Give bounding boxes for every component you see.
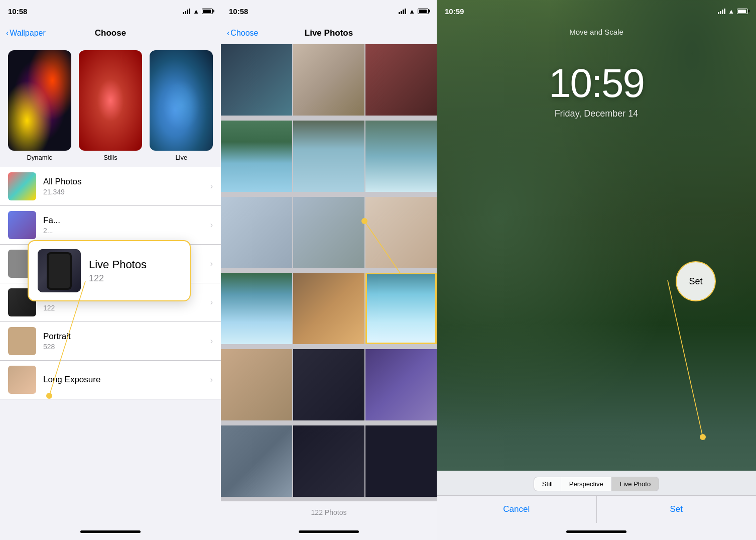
category-live[interactable]: Live	[148, 50, 215, 161]
wifi-icon-p1: ▲	[193, 8, 199, 15]
lock-screen-time: 10:59 Friday, December 14	[437, 60, 756, 119]
set-circle-label: Set	[689, 276, 702, 287]
status-icons-p3: ▲	[718, 8, 748, 15]
chevron-right-icon-live-photos: ›	[210, 298, 213, 307]
album-count-favorites: 2...	[43, 227, 210, 235]
signal-bar-p2-1	[399, 12, 400, 14]
signal-bar-p3-2	[720, 11, 721, 14]
album-count-portrait: 528	[43, 343, 210, 351]
signal-bar-p3-1	[718, 12, 719, 14]
home-indicator-p2	[299, 530, 359, 533]
grid-cell-6[interactable]	[365, 121, 437, 192]
status-bar-panel3: 10:59 ▲	[437, 0, 756, 22]
home-indicator-p1	[80, 530, 141, 533]
chevron-left-icon-p1: ‹	[6, 29, 9, 38]
cancel-button-p3[interactable]: Cancel	[437, 496, 597, 523]
signal-bar-2	[185, 11, 186, 14]
signal-bar-4	[189, 9, 190, 14]
album-count-live-photos: 122	[43, 304, 210, 312]
signal-bars-p3	[718, 9, 725, 14]
status-time-p2: 10:58	[229, 7, 248, 16]
battery-fill-p1	[203, 10, 211, 13]
home-bar-p3	[437, 523, 756, 540]
status-icons-p2: ▲	[399, 8, 429, 15]
signal-bar-p2-4	[405, 9, 406, 14]
battery-fill-p2	[419, 10, 427, 13]
grid-cell-13[interactable]	[221, 349, 292, 420]
set-button-p3[interactable]: Set	[597, 496, 757, 523]
stills-thumb-image	[79, 50, 142, 151]
list-item-favorites[interactable]: Fa... 2... ›	[0, 206, 221, 245]
grid-cell-2[interactable]	[293, 44, 364, 116]
album-text-all-photos: All Photos 21,349	[43, 177, 210, 196]
page-title-p1: Choose	[95, 28, 126, 38]
home-indicator-p3	[566, 530, 626, 533]
list-item-all-photos[interactable]: All Photos 21,349 ›	[0, 167, 221, 206]
category-dynamic[interactable]: Dynamic	[6, 50, 73, 161]
list-item-long-exposure[interactable]: Long Exposure ›	[0, 361, 221, 399]
callout-count: 122	[89, 273, 147, 284]
wallpaper-categories: Dynamic Stills Live	[0, 44, 221, 167]
grid-cell-15[interactable]	[365, 349, 437, 420]
back-label-p2[interactable]: Choose	[230, 29, 258, 38]
list-item-portrait[interactable]: Portrait 528 ›	[0, 322, 221, 361]
set-button-circle[interactable]: Set	[676, 261, 716, 301]
grid-cell-1[interactable]	[221, 44, 292, 116]
battery-icon-p1	[202, 9, 213, 14]
back-button-p2[interactable]: ‹ Choose	[227, 29, 258, 38]
grid-cell-4[interactable]	[221, 121, 292, 192]
grid-cell-17[interactable]	[293, 425, 364, 497]
panel3-content: 10:59 ▲ Move and Scale 10:59 Friday, Dec…	[437, 0, 756, 540]
option-live-photo[interactable]: Live Photo	[612, 477, 659, 491]
grid-cell-3[interactable]	[365, 44, 437, 116]
signal-bar-1	[183, 12, 184, 14]
signal-bar-p2-3	[403, 10, 404, 14]
home-bar-p2	[221, 523, 437, 540]
live-photos-callout: Live Photos 122	[28, 240, 191, 301]
status-bar-panel2: 10:58 ▲	[221, 0, 437, 22]
back-button-p1[interactable]: ‹ Wallpaper	[6, 29, 46, 38]
album-name-favorites: Fa...	[43, 215, 210, 226]
album-text-portrait: Portrait 528	[43, 332, 210, 351]
lock-time-display: 10:59	[437, 60, 756, 106]
grid-cell-16[interactable]	[221, 425, 292, 497]
grid-cell-7[interactable]	[221, 197, 292, 268]
wallpaper-type-options: Still Perspective Live Photo	[437, 471, 756, 495]
chevron-right-icon-favorites: ›	[210, 221, 213, 230]
battery-fill-p3	[738, 10, 746, 13]
photo-count-label: 122 Photos	[311, 508, 347, 516]
album-thumb-long-exposure	[8, 366, 36, 394]
album-count-all-photos: 21,349	[43, 188, 210, 196]
chevron-left-icon-p2: ‹	[227, 29, 229, 38]
chevron-right-icon-selfies: ›	[210, 259, 213, 268]
album-list: All Photos 21,349 › Fa... 2... ›	[0, 167, 221, 523]
grid-cell-18[interactable]	[365, 425, 437, 497]
grid-cell-5[interactable]	[293, 121, 364, 192]
back-label-p1[interactable]: Wallpaper	[10, 29, 45, 38]
album-name-portrait: Portrait	[43, 332, 210, 342]
grid-cell-8[interactable]	[293, 197, 364, 268]
grid-cell-11[interactable]	[293, 273, 364, 344]
grid-cell-10[interactable]	[221, 273, 292, 344]
grid-cell-selected-12[interactable]	[365, 273, 437, 344]
album-text-favorites: Fa... 2...	[43, 215, 210, 235]
signal-bar-p3-4	[724, 9, 725, 14]
status-bar-panel1: 10:58 ▲	[0, 0, 221, 22]
album-name-long-exposure: Long Exposure	[43, 375, 210, 385]
callout-title: Live Photos	[89, 258, 147, 271]
category-thumb-live	[150, 50, 213, 151]
album-text-long-exposure: Long Exposure	[43, 375, 210, 385]
page-title-p2: Live Photos	[305, 28, 353, 38]
category-stills[interactable]: Stills	[77, 50, 144, 161]
category-thumb-dynamic	[8, 50, 71, 151]
grid-cell-9[interactable]	[365, 197, 437, 268]
grid-cell-14[interactable]	[293, 349, 364, 420]
album-thumb-favorites	[8, 211, 36, 239]
option-perspective[interactable]: Perspective	[561, 477, 612, 491]
wifi-icon-p3: ▲	[728, 8, 734, 15]
album-thumb-portrait	[8, 327, 36, 355]
dynamic-thumb-image	[8, 50, 71, 151]
option-still[interactable]: Still	[534, 477, 561, 491]
set-label-p3: Set	[670, 504, 683, 514]
signal-bars-p2	[399, 9, 406, 14]
